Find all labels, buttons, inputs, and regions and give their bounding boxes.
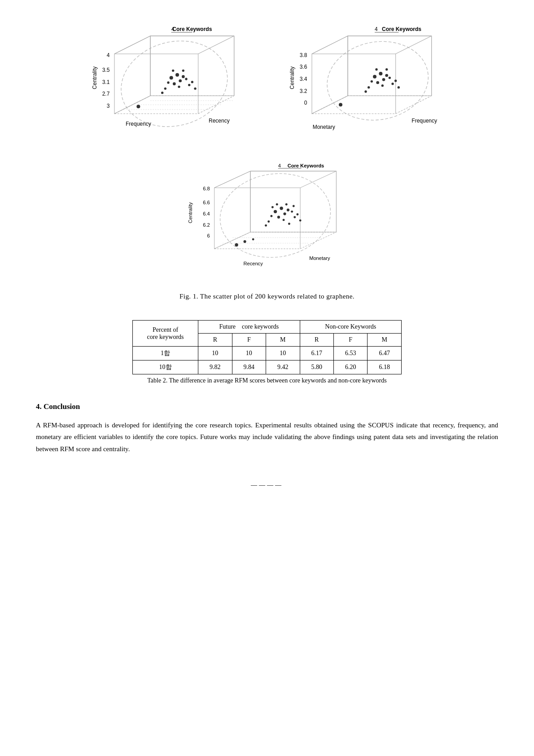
figure-container: Frequency Recency Centrality 4 3.5 3.1 2…: [36, 18, 498, 311]
svg-point-13: [182, 75, 185, 78]
svg-point-25: [136, 105, 140, 108]
svg-text:Centrality: Centrality: [289, 66, 295, 89]
svg-text:3.4: 3.4: [300, 76, 307, 82]
svg-point-48: [376, 81, 379, 84]
svg-marker-39: [312, 36, 348, 114]
svg-text:0: 0: [304, 100, 307, 106]
svg-point-24: [194, 88, 196, 90]
table-subheader-m2: M: [368, 334, 402, 347]
scatter-plot-3: Recency Monetary Centrality 6.8 6.6 6.4 …: [173, 148, 361, 283]
svg-text:Centrality: Centrality: [188, 202, 193, 223]
svg-point-84: [277, 216, 280, 219]
svg-text:6.8: 6.8: [203, 186, 210, 191]
row2-r2: 5.80: [300, 360, 333, 374]
svg-text:4: 4: [171, 26, 175, 32]
svg-point-92: [285, 203, 288, 206]
svg-point-10: [170, 76, 173, 79]
conclusion-text: A RFM-based approach is developed for id…: [36, 419, 498, 455]
svg-point-80: [274, 210, 277, 213]
row1-f2: 6.53: [333, 347, 367, 360]
svg-text:3.5: 3.5: [102, 67, 110, 73]
table-subheader-r2: R: [300, 334, 333, 347]
table-row: 10합 9.82 9.84 9.42 5.80 6.20 6.18: [133, 360, 402, 374]
svg-point-47: [385, 74, 388, 77]
svg-text:Core Keywords: Core Keywords: [172, 26, 212, 32]
svg-text:6.6: 6.6: [203, 200, 210, 205]
svg-point-15: [167, 81, 169, 84]
svg-point-20: [191, 81, 193, 83]
svg-point-11: [175, 73, 179, 77]
svg-text:4: 4: [107, 52, 110, 58]
svg-text:6.2: 6.2: [203, 222, 210, 228]
svg-point-21: [172, 70, 174, 72]
svg-point-45: [379, 72, 382, 75]
table-subheader-r1: R: [198, 334, 232, 347]
scatter-plots-top-row: Frequency Recency Centrality 4 3.5 3.1 2…: [74, 18, 460, 144]
svg-text:6: 6: [207, 233, 210, 238]
svg-marker-2: [114, 36, 150, 114]
svg-text:Core Keywords: Core Keywords: [288, 163, 324, 168]
table-header-noncore: Non-core Keywords: [300, 321, 402, 334]
row2-r1: 9.82: [198, 360, 232, 374]
svg-text:2.7: 2.7: [102, 91, 110, 97]
svg-point-51: [381, 84, 384, 87]
svg-text:3.8: 3.8: [300, 52, 307, 58]
svg-text:4: 4: [278, 163, 281, 168]
table-row: 1합 10 10 10 6.17 6.53 6.47: [133, 347, 402, 360]
svg-point-87: [283, 219, 285, 221]
scatter-plot-2: Monetary Frequency Centrality 3.8 3.6 3.…: [271, 18, 460, 144]
table-container: Percent ofcore keywords Future core keyw…: [36, 320, 498, 384]
svg-point-53: [391, 83, 394, 85]
conclusion-heading: 4. Conclusion: [36, 402, 498, 411]
svg-point-22: [182, 70, 184, 72]
svg-point-17: [178, 86, 180, 88]
svg-point-82: [283, 212, 286, 215]
svg-point-90: [296, 213, 298, 215]
table-caption: Table 2. The difference in average RFM s…: [147, 377, 386, 384]
svg-point-18: [164, 88, 166, 90]
svg-point-55: [375, 68, 377, 70]
row2-label: 10합: [133, 360, 198, 374]
svg-point-52: [368, 86, 370, 88]
svg-text:4: 4: [375, 26, 378, 32]
rfm-table: Percent ofcore keywords Future core keyw…: [132, 320, 402, 374]
table-header-future: Future core keywords: [198, 321, 300, 334]
svg-point-83: [287, 209, 289, 211]
svg-point-59: [339, 103, 342, 106]
svg-marker-40: [348, 36, 432, 96]
svg-text:3.6: 3.6: [300, 64, 307, 70]
row2-f1: 9.84: [232, 360, 266, 374]
svg-text:3.2: 3.2: [300, 88, 307, 94]
svg-text:Core Keywords: Core Keywords: [382, 26, 421, 32]
row2-m2: 6.18: [368, 360, 402, 374]
svg-point-86: [291, 211, 293, 213]
svg-point-49: [371, 80, 373, 83]
svg-point-16: [185, 78, 187, 80]
svg-marker-41: [312, 36, 432, 54]
svg-text:Monetary: Monetary: [313, 124, 335, 130]
svg-point-12: [179, 79, 182, 83]
svg-point-58: [398, 86, 400, 88]
row2-m1: 9.42: [266, 360, 300, 374]
svg-point-88: [267, 220, 270, 223]
svg-point-19: [188, 84, 190, 86]
svg-marker-4: [114, 36, 234, 54]
svg-point-93: [265, 224, 267, 227]
svg-text:6.4: 6.4: [203, 211, 210, 216]
svg-point-89: [293, 216, 296, 218]
svg-point-97: [293, 205, 295, 207]
row1-f1: 10: [232, 347, 266, 360]
row1-r1: 10: [198, 347, 232, 360]
svg-point-85: [270, 215, 272, 217]
svg-point-95: [288, 223, 290, 225]
row1-label: 1합: [133, 347, 198, 360]
table-header-percent: Percent ofcore keywords: [133, 321, 198, 347]
figure-caption: Fig. 1. The scatter plot of 200 keywords…: [179, 293, 355, 300]
row1-r2: 6.17: [300, 347, 333, 360]
table-subheader-f2: F: [333, 334, 367, 347]
svg-point-96: [271, 206, 274, 208]
svg-point-46: [382, 78, 385, 81]
svg-marker-73: [214, 171, 250, 249]
svg-point-99: [244, 240, 246, 243]
svg-marker-74: [250, 171, 336, 232]
